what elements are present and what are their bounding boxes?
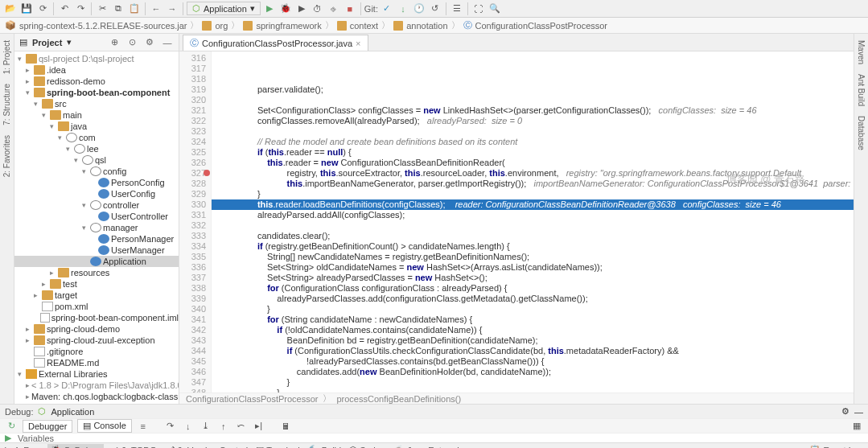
tree-arrow-icon[interactable]: ▾ [50,122,58,130]
tree-item[interactable]: PersonManager [14,233,179,245]
code-line[interactable]: !alreadyParsedClasses.contains(bd.getBea… [212,356,854,367]
code-line[interactable]: // Read the model and create bean defini… [212,137,854,147]
tree-arrow-icon[interactable]: ▾ [66,145,74,153]
code-line[interactable]: alreadyParsedClasses.add(configurationCl… [212,294,854,304]
tree-arrow-icon[interactable]: ▸ [26,381,30,389]
rerun-icon[interactable]: ↻ [5,420,18,433]
tree-item[interactable]: README.md [14,357,179,368]
run-icon[interactable]: ▶ [262,2,277,16]
tree-item[interactable]: ▸redisson-demo [14,76,179,87]
code-line[interactable]: } [212,304,854,314]
code-line[interactable]: if (registry.getBeanDefinitionCount() > … [212,241,854,252]
tree-arrow-icon[interactable]: ▸ [26,393,30,401]
tree-arrow-icon[interactable]: ▸ [26,66,34,74]
code-line[interactable]: } [212,189,854,199]
search-icon[interactable]: 🔍 [487,2,502,16]
coverage-icon[interactable]: ▶ [294,2,309,16]
code-line[interactable]: Set<String> alreadyParsedClasses = new H… [212,273,854,283]
tree-item[interactable]: ▾spring-boot-bean-component [14,87,179,98]
tool-tab-maven[interactable]: Maven [857,40,866,64]
tree-item[interactable]: ▸.idea [14,64,179,76]
code-line[interactable]: if (this.reader == null) { [212,147,854,158]
hide-icon[interactable]: — [854,407,863,417]
tree-arrow-icon[interactable]: ▾ [82,224,90,232]
tree-item[interactable]: ▾main [14,109,179,121]
profile-icon[interactable]: ⏱ [311,2,325,16]
expand-icon[interactable]: ⛶ [471,2,486,16]
redo-icon[interactable]: ↷ [73,2,88,16]
code-line[interactable]: candidates.clear(); [212,231,854,241]
code-line[interactable]: String[] newCandidateNames = registry.ge… [212,252,854,262]
dropdown-icon[interactable]: ▾ [67,37,72,47]
tree-arrow-icon[interactable]: ▸ [26,336,34,344]
crumb-item[interactable]: springframework [256,21,321,31]
structure-icon[interactable]: ☰ [450,2,464,16]
step-over-icon[interactable]: ↷ [164,420,177,433]
breakpoint-icon[interactable] [204,170,210,176]
undo-icon[interactable]: ↶ [57,2,72,16]
git-update-icon[interactable]: ✓ [380,2,394,16]
hide-icon[interactable]: — [161,36,174,49]
git-revert-icon[interactable]: ↺ [428,2,442,16]
status-todo[interactable]: ✓ 6: TODO [112,445,157,448]
tree-arrow-icon[interactable]: ▾ [58,134,66,142]
code-line[interactable]: configClasses.removeAll(alreadyParsed); … [212,116,854,126]
status-run[interactable]: ▶ 4: Run [5,445,39,448]
code-line[interactable]: for (String candidateName : newCandidate… [212,314,854,325]
tree-arrow-icon[interactable]: ▸ [26,325,34,333]
tree-arrow-icon[interactable]: ▾ [26,88,34,97]
code-line[interactable]: candidates.add(new BeanDefinitionHolder(… [212,367,854,377]
step-out-icon[interactable]: ↑ [217,420,230,433]
tree-item[interactable]: ▸< 1.8 > D:\Program Files\Java\jdk1.8.0_… [14,380,179,391]
tree-item[interactable]: pom.xml [14,301,179,312]
tree-item[interactable]: ▾src [14,98,179,109]
status-spring[interactable]: ⬡ Spring [349,445,385,448]
tree-arrow-icon[interactable]: ▾ [34,100,42,108]
debug-icon[interactable]: 🐞 [278,2,293,16]
tree-item[interactable]: ▸Maven: ch.qos.logback:logback-classic:1… [14,391,179,402]
status-java-ee[interactable]: ☕ Java Enterprise [393,445,468,448]
tool-tab-structure[interactable]: 7: Structure [2,84,11,125]
status-vcs[interactable]: ⎇ 9: Version Control [165,445,248,448]
evaluate-icon[interactable]: 🖩 [280,420,293,433]
status-debug[interactable]: 🐞 5: Debug [47,444,104,448]
tool-tab-database[interactable]: Database [857,116,866,150]
gear-icon[interactable]: ⚙ [841,406,849,417]
save-icon[interactable]: 💾 [19,2,34,16]
gear-icon[interactable]: ⚙ [143,36,156,49]
crumb-item[interactable]: org [215,21,228,31]
tree-item[interactable]: ▾config [14,166,179,177]
code-editor[interactable]: 3163173183193203213223233243253263273283… [179,51,854,393]
tree-item[interactable]: ▾qsl [14,154,179,166]
tree-arrow-icon[interactable]: ▾ [82,167,90,175]
code-line[interactable]: if (!oldCandidateNames.contains(candidat… [212,325,854,335]
tree-item[interactable]: ▾controller [14,199,179,211]
tree-item[interactable]: ▸resources [14,267,179,278]
status-terminal[interactable]: ▣ Terminal [256,445,300,448]
tree-item[interactable]: ▸spring-cloud-zuul-exception [14,335,179,346]
tool-tab-project[interactable]: 1: Project [2,40,11,74]
project-tree[interactable]: ▾qsl-project D:\qsl-project▸.idea▸rediss… [14,51,179,404]
force-step-into-icon[interactable]: ⤓ [200,420,212,433]
collapse-icon[interactable]: ⊕ [108,36,121,49]
git-commit-icon[interactable]: ↓ [396,2,410,16]
editor-tab[interactable]: Ⓒ ConfigurationClassPostProcessor.java × [183,35,368,51]
code-line[interactable]: parser.validate(); [212,84,854,95]
stop-icon[interactable]: ■ [343,2,357,16]
tree-item[interactable]: ▸spring-cloud-demo [14,323,179,335]
tree-arrow-icon[interactable]: ▸ [26,77,34,85]
code-line[interactable]: this.reader.loadBeanDefinitions(configCl… [212,199,854,210]
target-icon[interactable]: ⊙ [125,36,138,49]
tree-item[interactable]: ▾External Libraries [14,368,179,380]
git-history-icon[interactable]: 🕐 [412,2,426,16]
crumb-item[interactable]: annotation [406,21,447,31]
code-line[interactable] [212,95,854,105]
code-line[interactable]: BeanDefinition bd = registry.getBeanDefi… [212,335,854,346]
unknown-icon[interactable]: ≡ [137,420,150,433]
back-icon[interactable]: ← [149,2,163,16]
tree-arrow-icon[interactable]: ▾ [18,55,26,63]
copy-icon[interactable]: ⧉ [111,2,125,16]
tree-arrow-icon[interactable]: ▾ [42,111,50,119]
tree-arrow-icon[interactable]: ▸ [50,269,58,277]
tree-item[interactable]: spring-boot-bean-component.iml [14,312,179,323]
